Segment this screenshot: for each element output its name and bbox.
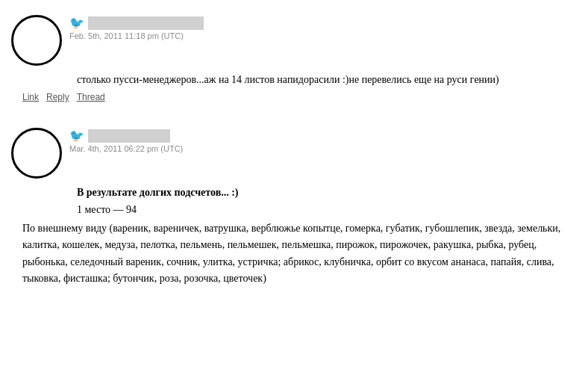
avatar-2 <box>11 128 62 179</box>
header-right-2: 🐦 Mar. 4th, 2011 06:22 pm (UTC) <box>69 128 183 153</box>
comment-body-full-2: По внешнему виду (вареник, вареничек, ва… <box>22 220 577 288</box>
thread-action-1[interactable]: Thread <box>77 92 105 102</box>
comment-body-bold-2: В результате долгих подсчетов... :) <box>77 185 577 200</box>
reply-action-1[interactable]: Reply <box>46 92 69 102</box>
comment-header-2: 🐦 Mar. 4th, 2011 06:22 pm (UTC) <box>11 128 577 179</box>
comment-body-1: столько пусси-менеджеров...аж на 14 лист… <box>77 72 577 87</box>
header-right-1: 🐦 Feb. 5th, 2011 11:18 pm (UTC) <box>69 15 204 40</box>
timestamp-1: Feb. 5th, 2011 11:18 pm (UTC) <box>69 31 204 40</box>
comment-block-2: 🐦 Mar. 4th, 2011 06:22 pm (UTC) В резуль… <box>11 120 577 294</box>
comment-bold-text-2: В результате долгих подсчетов... :) <box>77 187 239 198</box>
twitter-icon-2: 🐦 <box>69 130 84 142</box>
username-box-2 <box>88 129 170 143</box>
actions-1: Link Reply Thread <box>22 92 577 102</box>
twitter-icon-1: 🐦 <box>69 17 84 29</box>
link-action-1[interactable]: Link <box>22 92 39 102</box>
username-row-2: 🐦 <box>69 129 183 143</box>
comment-header-1: 🐦 Feb. 5th, 2011 11:18 pm (UTC) <box>11 15 577 66</box>
username-row-1: 🐦 <box>69 16 204 30</box>
timestamp-2: Mar. 4th, 2011 06:22 pm (UTC) <box>69 144 183 153</box>
username-box-1 <box>88 16 204 30</box>
comment-place-2: 1 место — 94 <box>77 202 577 217</box>
avatar-1 <box>11 15 62 66</box>
comment-block-1: 🐦 Feb. 5th, 2011 11:18 pm (UTC) столько … <box>11 7 577 108</box>
